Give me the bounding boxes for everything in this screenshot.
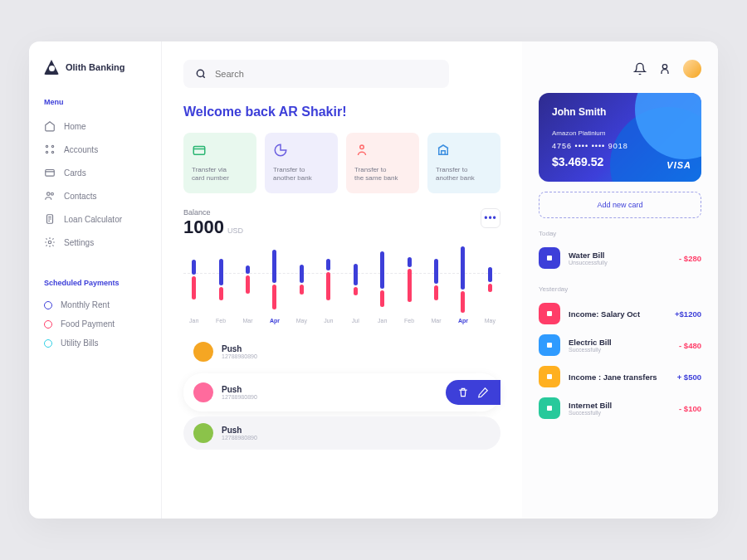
action-card[interactable]: Transfer toanother bank [427, 133, 500, 193]
tx-status: Successfully [569, 410, 612, 416]
menu-label: Home [64, 122, 86, 131]
contact-avatar [193, 382, 213, 402]
tx-icon [539, 247, 560, 269]
svg-point-11 [360, 145, 364, 149]
action-label: Transfer toanother bank [436, 166, 492, 183]
action-icon [192, 143, 207, 158]
scheduled-item[interactable]: Monthly Rent [44, 295, 146, 314]
scheduled-label: Utility Bills [61, 338, 99, 348]
tx-amount: +$1200 [675, 309, 701, 319]
contact-number: 12788980890 [222, 435, 257, 441]
tx-title: Income : Jane transfers [569, 373, 657, 382]
action-label: Transfer toanother bank [273, 166, 330, 183]
action-card[interactable]: Transfer tothe same bank [346, 133, 419, 193]
action-icon [273, 143, 288, 158]
tx-icon [539, 397, 560, 419]
logo[interactable]: Olith Banking [44, 60, 146, 75]
tx-icon [539, 334, 560, 356]
contact-row[interactable]: Push 12788980890 [183, 335, 500, 368]
chart-bar [398, 246, 419, 313]
tx-icon [539, 303, 560, 324]
card-plan: Amazon Platinium [552, 129, 688, 137]
chart-bar [345, 246, 366, 313]
month-label: Jun [318, 318, 339, 324]
search-bar[interactable] [183, 60, 449, 88]
svg-point-8 [48, 241, 51, 244]
contact-row[interactable]: Push 12788980890 [183, 416, 500, 450]
chart-bar [237, 246, 258, 313]
edit-icon[interactable] [477, 387, 489, 398]
logo-icon [44, 60, 59, 75]
action-card[interactable]: Transfer toanother bank [265, 133, 338, 193]
action-card[interactable]: Transfer viacard number [183, 133, 256, 193]
sidebar-item-loan-calculator[interactable]: Loan Calculator [44, 207, 146, 231]
add-card-button[interactable]: Add new card [539, 192, 701, 218]
action-icon [436, 143, 451, 158]
main-panel: Welcome back AR Shakir! Transfer viacard… [162, 41, 522, 519]
tx-group-label: Yesterday [539, 285, 701, 293]
svg-rect-13 [547, 256, 552, 261]
tx-status: Unsuccessfully [569, 260, 608, 265]
tx-title: Internet Bill [569, 401, 612, 410]
contact-avatar [193, 342, 213, 362]
credit-card[interactable]: John Smith Amazon Platinium 4756 •••• ••… [539, 93, 701, 182]
svg-point-6 [51, 192, 53, 195]
svg-rect-16 [547, 374, 552, 379]
transaction-row[interactable]: Income: Salary Oct +$1200 [539, 298, 701, 329]
transaction-row[interactable]: Electric Bill Successfully - $480 [539, 329, 701, 361]
contact-name: Push [222, 344, 257, 353]
search-input[interactable] [215, 69, 437, 79]
tx-title: Water Bill [569, 251, 608, 260]
menu-icon [44, 236, 56, 248]
svg-point-5 [47, 192, 51, 196]
month-label: Feb [210, 318, 231, 324]
bell-icon[interactable] [633, 62, 647, 75]
menu-label: Accounts [64, 145, 98, 154]
chart-bar [183, 246, 204, 313]
menu-label: Cards [64, 168, 86, 178]
menu-label: Loan Calculator [64, 215, 122, 224]
svg-point-3 [51, 151, 53, 153]
contact-name: Push [222, 426, 257, 435]
app-shell: Olith Banking Menu Home Accounts Cards C… [29, 41, 718, 519]
more-button[interactable]: ••• [481, 208, 500, 228]
scheduled-item[interactable]: Food Payment [44, 314, 146, 334]
month-label: Mar [237, 318, 258, 324]
transaction-row[interactable]: Income : Jane transfers + $500 [539, 361, 701, 392]
chart-bar [372, 246, 393, 313]
menu-label: Contacts [64, 192, 96, 201]
search-icon [195, 68, 207, 80]
chart-bar [452, 246, 473, 313]
transaction-row[interactable]: Internet Bill Successfully - $100 [539, 392, 701, 424]
month-label: Jan [372, 318, 393, 324]
month-label: May [291, 318, 312, 324]
tx-status: Successfully [569, 347, 612, 353]
scheduled-label: Monthly Rent [61, 300, 110, 309]
sidebar-item-contacts[interactable]: Contacts [44, 184, 146, 207]
svg-point-2 [46, 151, 47, 153]
sidebar-item-settings[interactable]: Settings [44, 231, 146, 254]
menu-icon [44, 120, 56, 132]
month-label: Apr [452, 318, 473, 324]
menu-icon [44, 167, 56, 178]
transaction-row[interactable]: Water Bill Unsuccessfully - $280 [539, 242, 701, 274]
month-label: Apr [264, 318, 285, 324]
action-label: Transfer viacard number [192, 166, 248, 183]
contact-row[interactable]: Push 12788980890 [183, 373, 500, 411]
tx-amount: - $100 [679, 404, 701, 413]
chart-bar [480, 246, 500, 313]
scheduled-item[interactable]: Utility Bills [44, 334, 146, 353]
sidebar-item-cards[interactable]: Cards [44, 161, 146, 184]
action-icon [354, 143, 369, 158]
month-label: Jan [183, 318, 204, 324]
sidebar-item-accounts[interactable]: Accounts [44, 138, 146, 161]
delete-icon[interactable] [457, 387, 469, 398]
chart-bar [291, 246, 312, 313]
card-brand: VISA [666, 160, 691, 170]
status-ring-icon [44, 339, 52, 348]
svg-rect-10 [193, 147, 205, 155]
profile-avatar[interactable] [683, 60, 701, 78]
month-label: Jul [345, 318, 366, 324]
user-icon[interactable] [658, 62, 671, 75]
sidebar-item-home[interactable]: Home [44, 114, 146, 138]
